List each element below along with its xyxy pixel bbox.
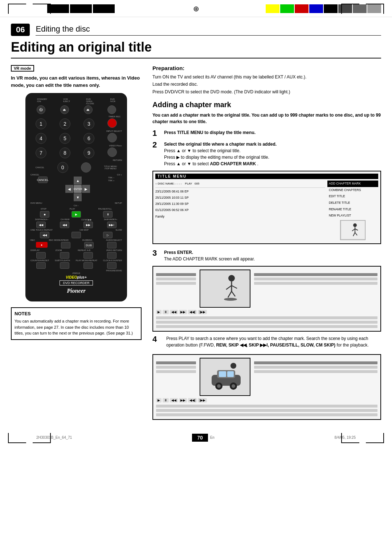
pb-fwd-icon[interactable]: ▶▶	[179, 310, 187, 314]
step4-right-bars	[254, 358, 377, 373]
dpad-down[interactable]: ▼	[74, 193, 82, 201]
menu-item-add-chapter[interactable]: ADD CHAPTER MARK	[327, 181, 378, 187]
color-block-red	[295, 4, 309, 13]
btn-audio[interactable]	[107, 242, 117, 248]
btn-play-mode[interactable]	[83, 262, 93, 269]
dpad-up[interactable]: ▲	[74, 177, 82, 185]
btn-input-select[interactable]	[107, 133, 117, 142]
btn-zero-return[interactable]	[107, 252, 117, 259]
btn-4[interactable]: 4	[36, 133, 46, 144]
btn-clock[interactable]	[107, 262, 117, 269]
step-4-num: 4	[152, 335, 160, 343]
btn-display[interactable]	[36, 252, 46, 259]
btn-repeat-ab[interactable]	[83, 252, 93, 259]
btn-fwd[interactable]: ▶▶	[83, 222, 93, 228]
s4rbar2	[254, 366, 377, 369]
btn-slow[interactable]: ▷	[103, 232, 113, 238]
btn-0[interactable]: 0	[57, 162, 68, 173]
label-clock: CLOCK/COUNTER	[103, 259, 122, 262]
label-slow: SLOW	[115, 229, 122, 231]
btn-rew[interactable]: ◀◀	[60, 222, 69, 228]
btn-timer-rec[interactable]	[107, 118, 117, 128]
step-1: 1 Press TITLE MENU to display the title …	[152, 129, 381, 137]
color-block-green	[280, 4, 294, 13]
btn-onetouch[interactable]: ◀◀	[40, 232, 49, 238]
rbar1	[254, 273, 377, 276]
btn-enter[interactable]: ENTER	[74, 185, 82, 193]
btn-zoom[interactable]	[60, 252, 69, 259]
chapter-number: 06	[11, 24, 30, 36]
page-title: Editing an original title	[11, 40, 381, 58]
svg-point-24	[232, 384, 235, 388]
svg-rect-20	[227, 371, 234, 377]
center-compass: ⊕	[193, 4, 199, 13]
menu-item-delete-title[interactable]: DELETE TITLE	[327, 200, 378, 206]
pb-rew-icon[interactable]: ◀◀	[170, 310, 178, 314]
btn-open-close[interactable]: ⏏	[84, 105, 93, 114]
label-zoom: ZOOM	[56, 249, 62, 251]
remote-control: STANDBY/ON VCREJECT DVDOPEN/CLOSE DVD/VC…	[25, 93, 127, 301]
btn-3[interactable]: 3	[83, 118, 94, 129]
btn-eject[interactable]: ⏏	[60, 105, 69, 114]
footer-lang: En	[210, 436, 215, 439]
left-column: VR mode In VR mode, you can edit various…	[11, 65, 142, 421]
step-1-num: 1	[152, 129, 160, 137]
btn-dubbing[interactable]: DUB	[84, 242, 94, 248]
btn-cancel[interactable]: CANCEL	[38, 177, 48, 183]
s4pb-skipf[interactable]: |▶▶	[198, 398, 207, 402]
btn-skip-minus[interactable]: ◀◀	[36, 222, 46, 228]
s4pb-play[interactable]: ▶	[156, 398, 162, 402]
btn-subtitle[interactable]	[60, 262, 69, 269]
s4pb-rew[interactable]: ◀◀	[170, 398, 178, 402]
pb-skipf-icon[interactable]: |▶▶	[198, 310, 207, 314]
btn-2[interactable]: 2	[60, 118, 70, 129]
btn-skip-plus[interactable]: ▶▶I	[107, 222, 117, 228]
btn-8[interactable]: 8	[60, 147, 70, 158]
s4pb-pause[interactable]: ⏸	[163, 398, 169, 402]
dpad-left[interactable]: ◀	[65, 185, 73, 193]
menu-item-new-playlist[interactable]: NEW PLAYLIST	[327, 212, 378, 219]
btn-dvd-vcr[interactable]	[107, 105, 116, 114]
btn-counter[interactable]	[36, 262, 46, 269]
btn-cm-skip[interactable]	[72, 232, 81, 238]
pb-skipb-icon[interactable]: ◀◀|	[188, 310, 197, 314]
btn-pause[interactable]: ⏸	[103, 211, 113, 218]
btn-standby[interactable]: ⏻	[37, 105, 45, 114]
label-rec-mode: REC MODE/SPEED	[49, 239, 69, 241]
btn-play[interactable]: ▶	[72, 211, 81, 218]
rbar3	[254, 282, 377, 285]
label-skip-plus: SKIP/INDEX+	[104, 218, 117, 221]
pb-pause-icon[interactable]: ⏸	[163, 310, 169, 314]
btn-stop[interactable]: ■	[40, 211, 49, 218]
color-block-black1	[324, 4, 338, 13]
btn-7[interactable]: 7	[36, 147, 46, 158]
menu-item-combine[interactable]: COMBINE CHAPTERS	[327, 187, 378, 194]
step4-left-bars	[156, 358, 196, 373]
chapter-title: Editing the disc	[36, 24, 381, 36]
entry-4: Family	[155, 214, 325, 220]
color-block-yellow	[266, 4, 279, 13]
s4pb-fwd[interactable]: ▶▶	[179, 398, 187, 402]
btn-9[interactable]: 9	[83, 147, 94, 158]
btn-6[interactable]: 6	[83, 133, 94, 144]
s4bar3	[156, 370, 196, 373]
label-return2: RETURN	[113, 159, 122, 161]
btn-rec-mode[interactable]	[61, 242, 70, 248]
menu-item-rename[interactable]: RENAME TITLE	[327, 206, 378, 213]
label-cm-skip: CM SKIP	[79, 229, 89, 231]
pb-play-icon[interactable]: ▶	[156, 310, 162, 314]
dpad-right[interactable]: ▶	[82, 185, 90, 193]
step-4: 4 Press PLAY to search a scene where you…	[152, 335, 381, 420]
btn-rec[interactable]: ●	[36, 242, 48, 248]
s4rbar1	[254, 361, 377, 364]
s4pb-skipb[interactable]: ◀◀|	[188, 398, 197, 402]
menu-item-edit-title[interactable]: EDIT TITLE	[327, 193, 378, 200]
btn-5[interactable]: 5	[60, 133, 70, 144]
btn-return[interactable]	[81, 162, 91, 173]
s4bot3	[156, 413, 377, 416]
play-label: PLAY	[185, 182, 192, 185]
btn-1[interactable]: 1	[36, 118, 46, 129]
label-dvd-menu-row: DVD MENU SETUP	[30, 202, 122, 204]
btn-video-plus[interactable]	[107, 147, 117, 157]
step-3-num: 3	[152, 249, 160, 257]
